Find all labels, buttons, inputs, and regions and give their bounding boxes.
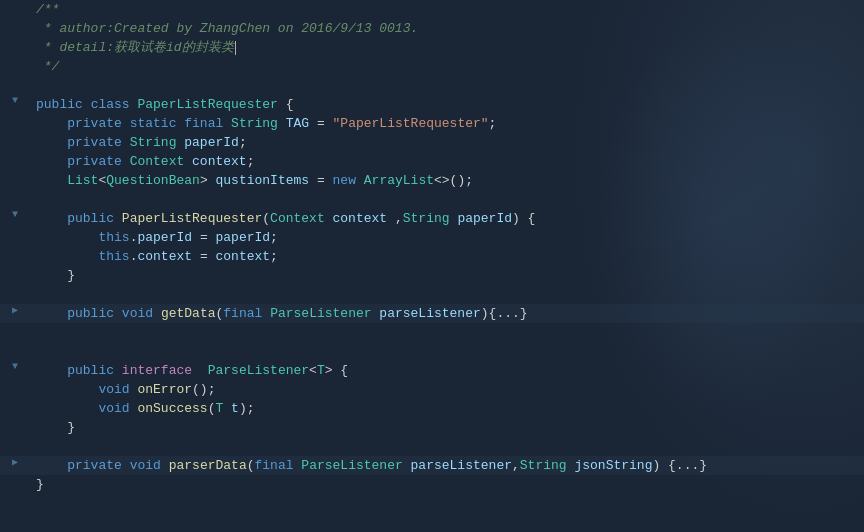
line-text: private Context context; <box>30 152 864 171</box>
code-line: private static final String TAG = "Paper… <box>0 114 864 133</box>
code-line: } <box>0 475 864 494</box>
fold-icon[interactable]: ▼ <box>12 361 18 372</box>
code-editor: /** * author:Created by ZhangChen on 201… <box>0 0 864 532</box>
line-gutter: ▶ <box>0 456 30 468</box>
code-line-collapsed: ▶ public void getData(final ParseListene… <box>0 304 864 323</box>
line-text: void onError(); <box>30 380 864 399</box>
line-text: public PaperListRequester(Context contex… <box>30 209 864 228</box>
line-text <box>30 190 864 209</box>
line-text <box>30 76 864 95</box>
code-line: */ <box>0 57 864 76</box>
code-line <box>0 76 864 95</box>
code-line: private Context context; <box>0 152 864 171</box>
code-line: * detail:获取试卷id的封装类 <box>0 38 864 57</box>
code-line <box>0 285 864 304</box>
line-gutter: ▼ <box>0 209 30 220</box>
line-text <box>30 342 864 361</box>
line-text: void onSuccess(T t); <box>30 399 864 418</box>
code-line <box>0 437 864 456</box>
line-text: * author:Created by ZhangChen on 2016/9/… <box>30 19 864 38</box>
code-line: void onError(); <box>0 380 864 399</box>
line-text: */ <box>30 57 864 76</box>
line-text <box>30 437 864 456</box>
line-text: } <box>30 475 864 494</box>
code-line: } <box>0 266 864 285</box>
fold-icon-collapsed[interactable]: ▶ <box>12 456 18 468</box>
code-line <box>0 190 864 209</box>
line-text <box>30 285 864 304</box>
line-gutter: ▶ <box>0 304 30 316</box>
code-line: ▼ public PaperListRequester(Context cont… <box>0 209 864 228</box>
line-gutter: ▼ <box>0 95 30 106</box>
code-line: this.context = context; <box>0 247 864 266</box>
line-text: private String paperId; <box>30 133 864 152</box>
code-line: } <box>0 418 864 437</box>
line-text: this.paperId = paperId; <box>30 228 864 247</box>
code-line: private String paperId; <box>0 133 864 152</box>
code-line: List<QuestionBean> qustionItems = new Ar… <box>0 171 864 190</box>
line-text: List<QuestionBean> qustionItems = new Ar… <box>30 171 864 190</box>
line-text: /** <box>30 0 864 19</box>
code-line: ▼ public interface ParseListener<T> { <box>0 361 864 380</box>
code-line: ▼ public class PaperListRequester { <box>0 95 864 114</box>
code-line <box>0 323 864 342</box>
code-line: * author:Created by ZhangChen on 2016/9/… <box>0 19 864 38</box>
line-text: public void getData(final ParseListener … <box>30 304 864 323</box>
line-text: public class PaperListRequester { <box>30 95 864 114</box>
fold-icon[interactable]: ▼ <box>12 95 18 106</box>
fold-icon[interactable]: ▼ <box>12 209 18 220</box>
code-line: void onSuccess(T t); <box>0 399 864 418</box>
code-line: /** <box>0 0 864 19</box>
code-line: this.paperId = paperId; <box>0 228 864 247</box>
code-line-collapsed: ▶ private void parserData(final ParseLis… <box>0 456 864 475</box>
fold-icon-collapsed[interactable]: ▶ <box>12 304 18 316</box>
code-line <box>0 342 864 361</box>
line-text: public interface ParseListener<T> { <box>30 361 864 380</box>
line-text: } <box>30 418 864 437</box>
line-text: this.context = context; <box>30 247 864 266</box>
line-text: * detail:获取试卷id的封装类 <box>30 38 864 57</box>
line-text <box>30 323 864 342</box>
line-text: private void parserData(final ParseListe… <box>30 456 864 475</box>
line-text: private static final String TAG = "Paper… <box>30 114 864 133</box>
line-gutter: ▼ <box>0 361 30 372</box>
line-text: } <box>30 266 864 285</box>
text-cursor <box>235 41 236 55</box>
